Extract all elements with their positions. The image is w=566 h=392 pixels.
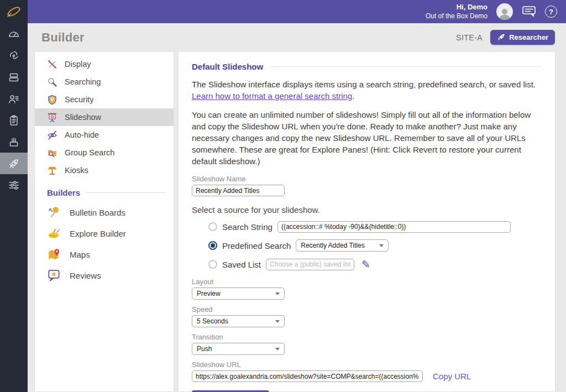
menu-item-label: Security [65, 95, 93, 104]
shield-icon [47, 95, 57, 105]
top-header: Hi, Demo Out of the Box Demo ? [28, 0, 566, 23]
body-paragraph: You can create an unlimited number of sl… [192, 109, 542, 167]
rocket-icon [497, 33, 505, 41]
menu-item-label: Maps [70, 250, 90, 259]
chevron-down-icon [275, 348, 280, 351]
menu-item-bulletin-boards[interactable]: Bulletin Boards [35, 202, 174, 223]
slideshow-url-group: Slideshow URL Copy URL [192, 360, 542, 382]
chevron-down-icon [275, 320, 280, 323]
slideshow-url-input[interactable] [192, 370, 423, 382]
section-title: Default Slideshow [192, 62, 263, 71]
folder-search-icon [47, 148, 57, 158]
divider [86, 192, 166, 193]
kiosk-icon [47, 165, 57, 176]
search-string-input[interactable] [277, 221, 511, 233]
menu-item-label: Bulletin Boards [70, 208, 125, 217]
slideshow-name-input[interactable] [192, 185, 285, 196]
eye-slash-icon [47, 130, 57, 140]
menu-item-searching[interactable]: Searching [35, 73, 174, 91]
intro-suffix: . [352, 91, 354, 101]
transition-label: Transition [192, 333, 542, 341]
menu-item-label: Searching [65, 77, 101, 86]
divider [271, 66, 542, 67]
sliders-icon[interactable] [0, 174, 28, 196]
menu-item-label: Display [65, 60, 91, 69]
copy-url-link[interactable]: Copy URL [433, 372, 471, 381]
app-rail [0, 0, 28, 392]
clipboard-icon[interactable] [0, 109, 28, 131]
help-icon[interactable]: ? [545, 6, 557, 18]
greeting-text: Hi, Demo [426, 3, 488, 12]
title-bar: Builder SITE-A Researcher [28, 23, 566, 51]
pushpin-wrench-icon [47, 205, 61, 219]
menu-item-label: Group Search [65, 148, 114, 157]
predefined-search-radio[interactable] [208, 241, 217, 250]
menu-item-reviews[interactable]: Reviews [35, 265, 174, 286]
messages-icon[interactable] [522, 6, 536, 18]
search-string-row: Search String [208, 220, 542, 233]
menu-item-auto-hide[interactable]: Auto-hide [35, 126, 174, 144]
layout-select[interactable]: Preview [192, 288, 285, 300]
menu-item-label: Explore Builder [70, 229, 126, 238]
slideshow-name-group: Slideshow Name [192, 175, 542, 196]
transition-select[interactable]: Push [192, 343, 285, 355]
researcher-button[interactable]: Researcher [490, 30, 555, 45]
intro-text: The Slideshow interface displays items u… [192, 80, 536, 89]
edit-pencil-icon[interactable]: ✎ [361, 259, 370, 270]
researcher-button-label: Researcher [509, 33, 548, 41]
magnifier-icon [47, 77, 57, 87]
menu-item-slideshow[interactable]: Slideshow [35, 108, 174, 126]
review-bubble-star-icon [47, 268, 61, 283]
swirl-icon[interactable] [0, 45, 28, 66]
layout-label: Layout [192, 278, 542, 286]
format-search-string-link[interactable]: Learn how to format a general search str… [192, 91, 352, 101]
map-pin-icon [47, 247, 61, 262]
predefined-search-label: Predefined Search [222, 241, 291, 250]
saved-list-input[interactable] [266, 259, 354, 270]
builder-menu: Display Searching Security Slideshow [34, 51, 174, 392]
menu-item-explore-builder[interactable]: Explore Builder [35, 223, 174, 244]
predefined-search-select[interactable]: Recently Added Titles [296, 239, 389, 252]
account-name: Out of the Box Demo [426, 12, 488, 20]
projector-screen-icon [47, 112, 57, 123]
predefined-search-row: Predefined Search Recently Added Titles [208, 239, 542, 252]
menu-item-group-search[interactable]: Group Search [35, 144, 174, 161]
layout-value: Preview [197, 290, 221, 297]
intro-paragraph: The Slideshow interface displays items u… [192, 79, 542, 102]
saved-list-radio[interactable] [208, 260, 217, 269]
patron-list-icon[interactable] [0, 88, 28, 109]
menu-item-label: Slideshow [65, 113, 101, 122]
menu-item-kiosks[interactable]: Kiosks [35, 161, 174, 179]
books-icon[interactable] [0, 66, 28, 88]
chevron-down-icon [379, 244, 384, 247]
slideshow-url-label: Slideshow URL [192, 360, 542, 369]
speed-value: 5 Seconds [197, 317, 228, 325]
rocket-wrench-icon[interactable] [0, 153, 28, 174]
speed-group: Speed 5 Seconds [192, 305, 542, 327]
menu-item-display[interactable]: Display [35, 55, 174, 73]
menu-item-label: Reviews [70, 271, 101, 280]
avatar[interactable] [496, 3, 513, 20]
menu-item-label: Auto-hide [65, 130, 99, 139]
menu-item-security[interactable]: Security [35, 91, 174, 108]
saved-list-label: Saved List [222, 260, 261, 269]
source-prompt: Select a source for your slideshow. [192, 205, 542, 215]
speed-label: Speed [192, 305, 542, 313]
tool-cup-icon[interactable] [0, 131, 28, 153]
builders-section-header: Builders [47, 188, 174, 197]
page-title: Builder [41, 30, 85, 45]
gauge-icon[interactable] [0, 23, 28, 45]
menu-item-maps[interactable]: Maps [35, 244, 174, 265]
speed-select[interactable]: 5 Seconds [192, 315, 285, 327]
menu-item-label: Kiosks [65, 166, 88, 175]
builders-section-label: Builders [47, 188, 80, 197]
slideshow-name-label: Slideshow Name [192, 175, 542, 183]
transition-value: Push [197, 345, 212, 353]
section-header: Default Slideshow [192, 62, 542, 71]
chevron-down-icon [275, 292, 280, 295]
search-string-radio[interactable] [208, 222, 217, 231]
alexandria-logo-icon [0, 0, 28, 23]
site-label: SITE-A [456, 33, 483, 42]
layout-group: Layout Preview [192, 278, 542, 300]
saved-list-row: Saved List ✎ [208, 258, 542, 271]
